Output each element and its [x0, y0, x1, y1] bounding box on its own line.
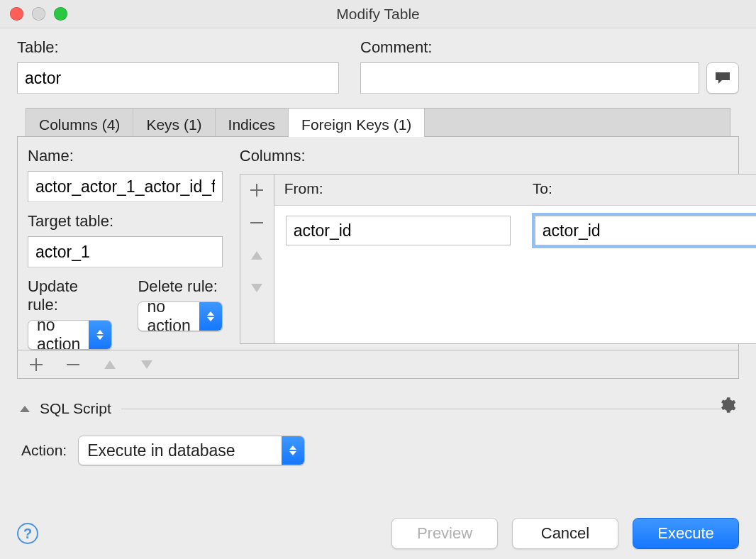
columns-grid: From: To:	[274, 175, 756, 343]
fk-columns-label: Columns:	[240, 147, 756, 165]
divider	[121, 409, 736, 409]
chevron-down-icon	[141, 360, 152, 369]
remove-fk-button[interactable]	[65, 356, 82, 373]
sql-script-title: SQL Script	[40, 400, 111, 417]
delete-rule-select[interactable]: no action	[138, 301, 222, 331]
fk-list-toolbar	[17, 350, 739, 379]
tab-foreign-keys[interactable]: Foreign Keys (1)	[289, 109, 425, 136]
columns-header-to: To:	[523, 175, 756, 205]
add-column-button[interactable]	[248, 182, 265, 199]
columns-toolbar	[240, 175, 274, 343]
action-label: Action:	[21, 442, 67, 459]
tab-indices[interactable]: Indices	[216, 109, 289, 136]
column-from-input[interactable]	[286, 216, 511, 245]
tab-label: Columns (4)	[39, 116, 120, 133]
stepper-icon	[199, 302, 222, 331]
tab-panel-foreign-keys: Name: Target table: Update rule: no acti…	[17, 136, 739, 350]
update-rule-value: no action	[28, 321, 89, 349]
minus-icon	[250, 216, 263, 229]
speech-bubble-icon	[714, 71, 731, 85]
tab-label: Keys (1)	[146, 116, 201, 133]
columns-row	[274, 206, 756, 255]
tab-label: Indices	[228, 116, 276, 133]
collapse-toggle-icon[interactable]	[20, 406, 30, 412]
fk-name-input[interactable]	[28, 171, 223, 202]
move-up-button	[248, 247, 265, 264]
tab-columns[interactable]: Columns (4)	[26, 109, 133, 136]
delete-rule-label: Delete rule:	[138, 277, 222, 296]
execute-button[interactable]: Execute	[633, 518, 739, 549]
minus-icon	[67, 358, 79, 371]
button-label: Preview	[417, 524, 472, 543]
chevron-up-icon	[104, 360, 116, 369]
comment-input[interactable]	[360, 62, 699, 94]
comment-label: Comment:	[360, 38, 739, 57]
button-label: Execute	[657, 524, 714, 543]
sql-settings-button[interactable]	[718, 396, 736, 414]
fk-target-label: Target table:	[28, 212, 223, 231]
chevron-down-icon	[251, 284, 262, 292]
stepper-icon	[282, 436, 304, 465]
plus-icon	[250, 184, 263, 197]
fk-name-label: Name:	[28, 147, 223, 165]
remove-column-button[interactable]	[248, 214, 265, 231]
move-fk-down-button	[138, 356, 155, 373]
chevron-up-icon	[251, 251, 262, 260]
stepper-icon	[89, 321, 111, 349]
comment-expand-button[interactable]	[706, 62, 739, 94]
gear-icon	[718, 396, 736, 414]
help-button[interactable]: ?	[17, 523, 38, 544]
update-rule-select[interactable]: no action	[28, 320, 112, 350]
tabs-bar: Columns (4) Keys (1) Indices Foreign Key…	[26, 108, 730, 136]
table-label: Table:	[17, 38, 339, 57]
fk-target-input[interactable]	[28, 236, 223, 267]
columns-header-from: From:	[274, 175, 523, 205]
button-label: Cancel	[541, 524, 589, 543]
column-to-input[interactable]	[535, 216, 756, 245]
tab-keys[interactable]: Keys (1)	[133, 109, 215, 136]
action-select[interactable]: Execute in database	[78, 436, 305, 465]
tab-label: Foreign Keys (1)	[301, 116, 411, 133]
cancel-button[interactable]: Cancel	[512, 518, 618, 549]
action-value: Execute in database	[79, 436, 282, 465]
table-name-input[interactable]	[17, 62, 339, 94]
plus-icon	[30, 358, 43, 371]
window-title: Modify Table	[0, 6, 756, 23]
update-rule-label: Update rule:	[28, 277, 112, 314]
titlebar: Modify Table	[0, 0, 756, 28]
move-down-button	[248, 280, 265, 297]
delete-rule-value: no action	[138, 302, 199, 331]
add-fk-button[interactable]	[28, 356, 45, 373]
preview-button: Preview	[391, 518, 498, 549]
move-fk-up-button	[101, 356, 118, 373]
help-icon: ?	[23, 526, 32, 542]
